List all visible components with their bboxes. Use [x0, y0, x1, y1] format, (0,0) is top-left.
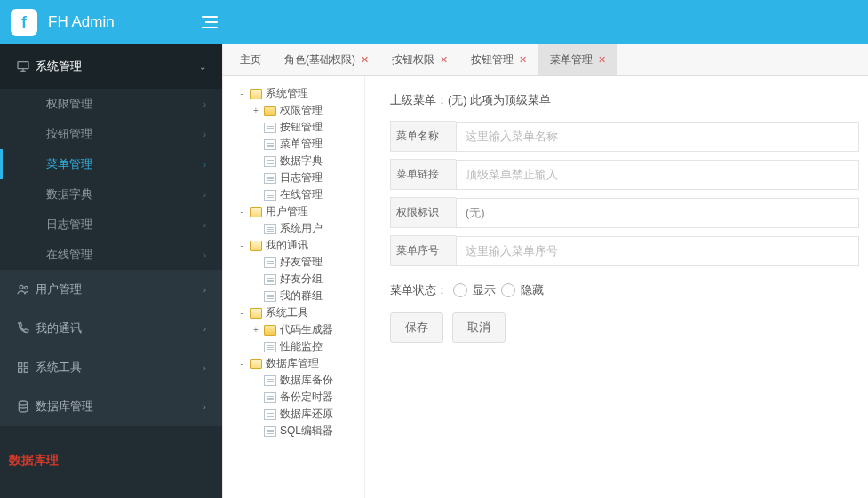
- sidebar-item-0[interactable]: 系统管理⌄: [0, 44, 222, 89]
- chevron-right-icon: ›: [203, 220, 206, 230]
- tree-toggle-icon[interactable]: -: [237, 241, 246, 250]
- menu-toggle-icon[interactable]: [193, 16, 218, 28]
- state-hide-radio[interactable]: [501, 283, 515, 297]
- tab-1[interactable]: 角色(基础权限)✕: [273, 44, 380, 75]
- close-icon[interactable]: ✕: [440, 54, 448, 66]
- sidebar-item-4[interactable]: 数据库管理›: [0, 387, 222, 426]
- tree-node-6[interactable]: 在线管理: [227, 186, 361, 203]
- menu-name-input[interactable]: [456, 122, 859, 152]
- svg-point-4: [25, 286, 28, 289]
- sidebar-item-label: 用户管理: [36, 281, 203, 297]
- tree-node-label: 系统管理: [266, 86, 308, 101]
- tree-node-label: 权限管理: [280, 103, 323, 118]
- tab-0[interactable]: 主页: [228, 44, 273, 75]
- chevron-right-icon: ›: [203, 250, 206, 260]
- sidebar-sub-2[interactable]: 菜单管理›: [0, 149, 222, 179]
- close-icon[interactable]: ✕: [598, 54, 606, 66]
- sidebar-item-2[interactable]: 我的通讯›: [0, 309, 222, 348]
- chevron-icon: ⌄: [199, 62, 206, 72]
- sidebar: 系统管理⌄权限管理›按钮管理›菜单管理›数据字典›日志管理›在线管理›用户管理›…: [0, 44, 222, 498]
- save-button[interactable]: 保存: [390, 312, 443, 343]
- state-show-radio[interactable]: [453, 283, 467, 297]
- file-icon: [264, 257, 276, 268]
- menu-order-input[interactable]: [456, 236, 859, 266]
- tree-toggle-icon[interactable]: -: [237, 359, 246, 368]
- tree-node-11[interactable]: 好友分组: [227, 271, 361, 288]
- field-label-order: 菜单序号: [390, 235, 456, 266]
- sidebar-sub-label: 菜单管理: [46, 156, 92, 172]
- tree-node-label: 好友管理: [280, 255, 323, 270]
- tree-node-label: 用户管理: [266, 204, 308, 219]
- tree-node-label: 我的群组: [280, 289, 323, 304]
- close-icon[interactable]: ✕: [519, 54, 527, 66]
- tree-toggle-icon[interactable]: -: [237, 308, 246, 318]
- tree-node-label: 数据库管理: [266, 356, 319, 371]
- sidebar-sub-4[interactable]: 日志管理›: [0, 209, 222, 240]
- tab-label: 角色(基础权限): [284, 52, 355, 67]
- file-icon: [264, 274, 276, 285]
- tree-node-10[interactable]: 好友管理: [227, 254, 361, 271]
- folder-open-icon: [250, 359, 262, 369]
- parent-menu-note: 上级菜单：(无) 此项为顶级菜单: [390, 92, 859, 108]
- sidebar-sub-label: 日志管理: [46, 217, 92, 233]
- file-icon: [264, 224, 276, 234]
- close-icon[interactable]: ✕: [361, 54, 369, 66]
- tab-3[interactable]: 按钮管理✕: [459, 44, 538, 75]
- file-icon: [264, 291, 276, 302]
- db-icon: [16, 399, 36, 414]
- sidebar-sub-3[interactable]: 数据字典›: [0, 179, 222, 209]
- file-icon: [264, 426, 276, 437]
- tree-toggle-icon[interactable]: +: [251, 106, 260, 115]
- sidebar-sub-1[interactable]: 按钮管理›: [0, 119, 222, 149]
- tree-node-17[interactable]: 数据库备份: [227, 372, 361, 389]
- tree-toggle-icon[interactable]: +: [251, 325, 260, 335]
- tree-node-12[interactable]: 我的群组: [227, 288, 361, 304]
- tree-node-13[interactable]: -系统工具: [227, 304, 361, 321]
- sidebar-sub-0[interactable]: 权限管理›: [0, 89, 222, 119]
- tree-node-16[interactable]: -数据库管理: [227, 355, 361, 372]
- file-icon: [264, 123, 276, 133]
- logo-icon: f: [11, 9, 37, 36]
- tree-node-15[interactable]: 性能监控: [227, 338, 361, 355]
- phone-icon: [16, 321, 36, 336]
- tree-node-7[interactable]: -用户管理: [227, 203, 361, 220]
- tree-node-5[interactable]: 日志管理: [227, 170, 361, 186]
- tree-node-20[interactable]: SQL编辑器: [227, 423, 361, 439]
- sidebar-item-3[interactable]: 系统工具›: [0, 348, 222, 387]
- tab-2[interactable]: 按钮权限✕: [380, 44, 459, 75]
- tree-node-label: 性能监控: [280, 339, 323, 354]
- monitor-icon: [16, 59, 36, 74]
- svg-rect-8: [24, 368, 28, 372]
- tree-node-19[interactable]: 数据库还原: [227, 406, 361, 423]
- tree-node-3[interactable]: 菜单管理: [227, 136, 361, 153]
- sidebar-sub-label: 在线管理: [46, 247, 92, 263]
- tab-label: 按钮管理: [471, 52, 514, 67]
- sidebar-sub-5[interactable]: 在线管理›: [0, 240, 222, 270]
- cancel-button[interactable]: 取消: [452, 312, 506, 343]
- tree-node-label: 日志管理: [280, 170, 323, 186]
- tree-node-0[interactable]: -系统管理: [227, 85, 361, 102]
- grid-icon: [16, 360, 36, 375]
- menu-perm-input[interactable]: [456, 198, 859, 228]
- tree-node-4[interactable]: 数据字典: [227, 153, 361, 170]
- tree-node-8[interactable]: 系统用户: [227, 220, 361, 237]
- svg-rect-5: [19, 363, 22, 367]
- tree-node-18[interactable]: 备份定时器: [227, 389, 361, 406]
- tree-node-1[interactable]: +权限管理: [227, 102, 361, 119]
- main-area: 主页角色(基础权限)✕按钮权限✕按钮管理✕菜单管理✕ -系统管理+权限管理按钮管…: [222, 44, 868, 498]
- tree-node-9[interactable]: -我的通讯: [227, 237, 361, 254]
- tab-4[interactable]: 菜单管理✕: [538, 44, 617, 75]
- sidebar-item-1[interactable]: 用户管理›: [0, 270, 222, 309]
- file-icon: [264, 156, 276, 167]
- sidebar-item-label: 数据库管理: [36, 399, 203, 415]
- chevron-right-icon: ›: [203, 130, 206, 139]
- tree-toggle-icon[interactable]: -: [237, 207, 246, 217]
- state-show-text: 显示: [473, 282, 496, 298]
- tree-node-label: 系统工具: [266, 305, 308, 320]
- menu-link-input[interactable]: [456, 160, 859, 190]
- tree-node-2[interactable]: 按钮管理: [227, 119, 361, 136]
- tree-toggle-icon[interactable]: -: [237, 89, 246, 99]
- svg-point-3: [20, 285, 23, 289]
- tree-node-14[interactable]: +代码生成器: [227, 321, 361, 338]
- chevron-icon: ›: [203, 363, 206, 373]
